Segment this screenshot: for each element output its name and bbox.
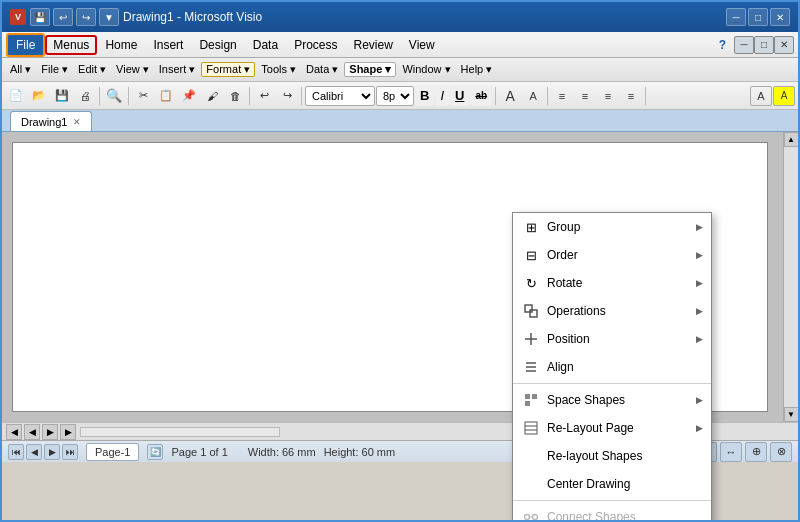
menu-item-position[interactable]: Position ▶	[513, 325, 711, 353]
toolbar-insert[interactable]: Insert ▾	[155, 63, 200, 76]
menu-file[interactable]: File	[6, 33, 45, 57]
relayout-shapes-label: Re-layout Shapes	[547, 449, 703, 463]
tb-align-left[interactable]: ≡	[551, 86, 573, 106]
toolbar-tools[interactable]: Tools ▾	[257, 63, 300, 76]
menu-review[interactable]: Review	[345, 35, 400, 55]
scroll-right-btn[interactable]: ▶	[60, 424, 76, 440]
tb-align-justify[interactable]: ≡	[620, 86, 642, 106]
tb-paste[interactable]: 📌	[178, 86, 200, 106]
menu-item-space-shapes[interactable]: Space Shapes ▶	[513, 386, 711, 414]
position-icon	[521, 329, 541, 349]
toolbar-all[interactable]: All ▾	[6, 63, 35, 76]
quick-access-undo[interactable]: ↩	[53, 8, 73, 26]
hscroll-track[interactable]	[80, 427, 280, 437]
page-first-btn[interactable]: ⏮	[8, 444, 24, 460]
tb-new[interactable]: 📄	[5, 86, 27, 106]
tb-open[interactable]: 📂	[28, 86, 50, 106]
order-arrow: ▶	[696, 250, 703, 260]
menu-item-relayout-shapes[interactable]: Re-layout Shapes	[513, 442, 711, 470]
quick-access-more[interactable]: ▼	[99, 8, 119, 26]
menu-home[interactable]: Home	[97, 35, 145, 55]
toolbar-help[interactable]: Help ▾	[457, 63, 497, 76]
tb-redo[interactable]: ↪	[276, 86, 298, 106]
menu-item-operations[interactable]: Operations ▶	[513, 297, 711, 325]
scroll-right-far-btn[interactable]: ▶	[42, 424, 58, 440]
font-family-select[interactable]: Calibri	[305, 86, 375, 106]
tb-undo[interactable]: ↩	[253, 86, 275, 106]
tb-preview[interactable]: 🔍	[103, 86, 125, 106]
tb-delete[interactable]: 🗑	[224, 86, 246, 106]
page-next-btn[interactable]: ▶	[44, 444, 60, 460]
tab-close-icon[interactable]: ✕	[73, 117, 81, 127]
menu-item-rotate[interactable]: ↻ Rotate ▶	[513, 269, 711, 297]
menu-item-align[interactable]: Align	[513, 353, 711, 381]
tb-align-center[interactable]: ≡	[574, 86, 596, 106]
toolbar-data[interactable]: Data ▾	[302, 63, 342, 76]
operations-icon	[521, 301, 541, 321]
menu-item-relayout-page[interactable]: Re-Layout Page ▶	[513, 414, 711, 442]
status-icon-4[interactable]: ⊕	[745, 442, 767, 462]
content-area: ▲ ▼ ⊞ Group ▶ ⊟ Order ▶ ↻ Rotate ▶	[2, 132, 798, 422]
quick-access-redo[interactable]: ↪	[76, 8, 96, 26]
toolbar-edit[interactable]: Edit ▾	[74, 63, 110, 76]
menu-insert[interactable]: Insert	[145, 35, 191, 55]
operations-label: Operations	[547, 304, 696, 318]
tab-drawing1[interactable]: Drawing1 ✕	[10, 111, 92, 131]
sep3	[249, 87, 250, 105]
page-tab[interactable]: Page-1	[86, 443, 139, 461]
group-arrow: ▶	[696, 222, 703, 232]
scroll-left-far-btn[interactable]: ◀	[24, 424, 40, 440]
sep7	[645, 87, 646, 105]
bold-button[interactable]: B	[415, 86, 434, 106]
scroll-left-btn[interactable]: ◀	[6, 424, 22, 440]
vertical-scrollbar[interactable]: ▲ ▼	[783, 132, 798, 422]
toolbar-view[interactable]: View ▾	[112, 63, 153, 76]
menu-process[interactable]: Process	[286, 35, 345, 55]
tb-font-color[interactable]: A	[750, 86, 772, 106]
menu-design[interactable]: Design	[191, 35, 244, 55]
minimize-btn[interactable]: ─	[726, 8, 746, 26]
italic-button[interactable]: I	[435, 86, 449, 106]
page-prev-btn[interactable]: ◀	[26, 444, 42, 460]
tb-format-painter[interactable]: 🖌	[201, 86, 223, 106]
tb-cut[interactable]: ✂	[132, 86, 154, 106]
tb-print[interactable]: 🖨	[74, 86, 96, 106]
font-size-select[interactable]: 8pt	[376, 86, 414, 106]
menu-help-icon[interactable]: ?	[711, 35, 734, 55]
tb-save[interactable]: 💾	[51, 86, 73, 106]
order-label: Order	[547, 248, 696, 262]
toolbar-shape[interactable]: Shape ▾	[344, 62, 396, 77]
tb-font-size-inc[interactable]: A	[499, 86, 521, 106]
menu-item-order[interactable]: ⊟ Order ▶	[513, 241, 711, 269]
menu-view[interactable]: View	[401, 35, 443, 55]
ribbon-min-btn[interactable]: ─	[734, 36, 754, 54]
tb-copy[interactable]: 📋	[155, 86, 177, 106]
title-bar: V 💾 ↩ ↪ ▼ Drawing1 - Microsoft Visio ─ □…	[2, 2, 798, 32]
quick-access-save[interactable]: 💾	[30, 8, 50, 26]
space-shapes-label: Space Shapes	[547, 393, 696, 407]
tb-align-right[interactable]: ≡	[597, 86, 619, 106]
maximize-btn[interactable]: □	[748, 8, 768, 26]
underline-button[interactable]: U	[450, 86, 469, 106]
tb-highlight[interactable]: A	[773, 86, 795, 106]
close-btn[interactable]: ✕	[770, 8, 790, 26]
menu-menus[interactable]: Menus	[45, 35, 97, 55]
tb-font-size-dec[interactable]: A	[522, 86, 544, 106]
toolbar-file[interactable]: File ▾	[37, 63, 72, 76]
ribbon-close-btn[interactable]: ✕	[774, 36, 794, 54]
sep5	[495, 87, 496, 105]
ribbon-max-btn[interactable]: □	[754, 36, 774, 54]
scroll-down-btn[interactable]: ▼	[784, 407, 799, 422]
menu-item-group[interactable]: ⊞ Group ▶	[513, 213, 711, 241]
page-add-icon[interactable]: 🔄	[147, 444, 163, 460]
scroll-up-btn[interactable]: ▲	[784, 132, 799, 147]
menu-item-center-drawing[interactable]: Center Drawing	[513, 470, 711, 498]
strikethrough-button[interactable]: ab	[470, 86, 492, 106]
toolbar-window[interactable]: Window ▾	[398, 63, 454, 76]
status-icon-3[interactable]: ↔	[720, 442, 742, 462]
page-last-btn[interactable]: ⏭	[62, 444, 78, 460]
status-icon-5[interactable]: ⊗	[770, 442, 792, 462]
menu-data[interactable]: Data	[245, 35, 286, 55]
relayout-page-label: Re-Layout Page	[547, 421, 696, 435]
toolbar-format[interactable]: Format ▾	[201, 62, 255, 77]
